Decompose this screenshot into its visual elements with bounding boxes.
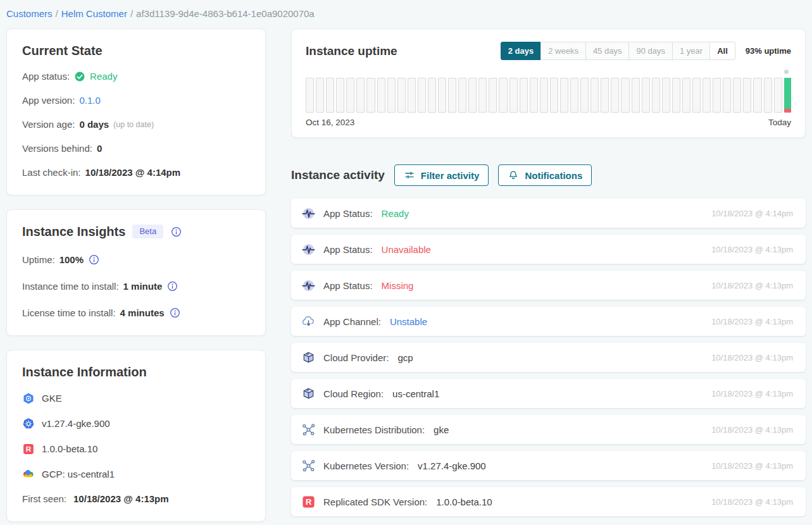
uptime-bar[interactable] — [468, 78, 477, 113]
activity-value: gke — [434, 424, 449, 435]
pulse-icon — [301, 206, 316, 221]
breadcrumb-customers-link[interactable]: Customers — [6, 8, 53, 19]
uptime-bars — [306, 78, 791, 113]
activity-row: App Channel: Unstable 10/18/2023 @ 4:13p… — [291, 307, 806, 336]
axis-start-label: Oct 16, 2023 — [306, 118, 354, 127]
instance-activity-header: Instance activity Filter activity Notifi… — [291, 164, 806, 186]
uptime-bar[interactable] — [764, 78, 772, 113]
uptime-bar[interactable] — [713, 78, 721, 113]
last-checkin-value: 10/18/2023 @ 4:14pm — [85, 167, 181, 178]
uptime-bar[interactable] — [418, 78, 426, 113]
uptime-bar[interactable] — [346, 78, 354, 113]
activity-row: App Status: Missing 10/18/2023 @ 4:13pm — [291, 271, 806, 300]
uptime-bar[interactable] — [316, 78, 324, 113]
info-icon[interactable] — [88, 254, 100, 266]
uptime-bar[interactable] — [733, 78, 741, 113]
instance-uptime-header: Instance uptime 2 days 2 weeks 45 days 9… — [306, 42, 791, 60]
activity-value: us-central1 — [392, 388, 439, 399]
uptime-bar[interactable] — [621, 78, 629, 113]
notifications-button[interactable]: Notifications — [498, 164, 592, 186]
uptime-bar[interactable] — [306, 78, 314, 113]
activity-value: gcp — [397, 352, 413, 363]
uptime-bar[interactable] — [753, 78, 761, 113]
uptime-bar[interactable] — [438, 78, 446, 113]
range-button-90-days[interactable]: 90 days — [628, 42, 673, 60]
breadcrumb-customer-link[interactable]: Helm Customer — [61, 8, 127, 19]
info-icon[interactable] — [166, 280, 178, 292]
uptime-bar[interactable] — [408, 78, 416, 113]
info-icon[interactable] — [169, 307, 181, 319]
uptime-bar[interactable] — [377, 78, 385, 113]
uptime-bar[interactable] — [356, 78, 365, 113]
uptime-bar-down-segment — [784, 109, 791, 113]
range-button-45-days[interactable]: 45 days — [585, 42, 630, 60]
app-status-row: App status: Ready — [22, 71, 250, 82]
first-seen-row: First seen: 10/18/2023 @ 4:13pm — [22, 493, 250, 505]
package-icon — [301, 350, 316, 365]
uptime-chart — [306, 78, 791, 113]
uptime-bar[interactable] — [743, 78, 751, 113]
uptime-bar[interactable] — [520, 78, 528, 113]
versions-behind-value: 0 — [97, 143, 102, 154]
gcp-icon — [22, 468, 35, 481]
activity-label: Kubernetes Distribution: — [323, 424, 425, 435]
uptime-bar[interactable] — [642, 78, 650, 113]
range-button-2-weeks[interactable]: 2 weeks — [540, 42, 586, 60]
activity-timestamp: 10/18/2023 @ 4:13pm — [711, 353, 793, 362]
check-circle-icon — [74, 71, 85, 82]
uptime-bar[interactable] — [580, 78, 589, 113]
axis-end-label: Today — [768, 118, 791, 127]
uptime-bar[interactable] — [682, 78, 690, 113]
uptime-bar[interactable] — [387, 78, 396, 113]
uptime-bar[interactable] — [550, 78, 558, 113]
k8s-version-value: v1.27.4-gke.900 — [42, 418, 110, 429]
left-column: Current State App status: Ready App vers… — [6, 28, 266, 522]
uptime-bar[interactable] — [774, 78, 782, 113]
activity-value-link[interactable]: Unstable — [390, 316, 427, 327]
uptime-bar[interactable] — [326, 78, 334, 113]
uptime-bar[interactable] — [692, 78, 701, 113]
kubernetes-icon — [22, 417, 35, 430]
app-version-link[interactable]: 0.1.0 — [79, 95, 100, 106]
filter-activity-button[interactable]: Filter activity — [394, 164, 489, 186]
uptime-bar[interactable] — [428, 78, 436, 113]
uptime-bar[interactable] — [672, 78, 680, 113]
uptime-bar[interactable] — [458, 78, 466, 113]
uptime-bar[interactable] — [560, 78, 568, 113]
first-seen-label: First seen: — [22, 493, 66, 505]
license-install-label: License time to install: — [22, 307, 116, 319]
range-button-1-year[interactable]: 1 year — [672, 42, 710, 60]
uptime-bar[interactable] — [499, 78, 507, 113]
uptime-insight-row: Uptime: 100% — [22, 254, 250, 266]
uptime-bar[interactable] — [662, 78, 670, 113]
uptime-bar[interactable] — [723, 78, 731, 113]
uptime-bar[interactable] — [489, 78, 497, 113]
uptime-bar[interactable] — [509, 78, 518, 113]
chart-marker-dot — [784, 70, 789, 74]
range-button-all[interactable]: All — [709, 42, 735, 60]
uptime-bar[interactable] — [611, 78, 619, 113]
instance-information-title: Instance Information — [22, 364, 250, 380]
instance-uptime-title: Instance uptime — [306, 44, 397, 58]
uptime-bar[interactable] — [601, 78, 609, 113]
activity-row: Replicated SDK Version: 1.0.0-beta.10 10… — [291, 487, 806, 516]
uptime-bar[interactable] — [478, 78, 487, 113]
info-icon[interactable] — [170, 226, 182, 238]
uptime-bar[interactable] — [366, 78, 375, 113]
uptime-bar[interactable] — [784, 78, 791, 113]
uptime-bar[interactable] — [703, 78, 711, 113]
pulse-icon — [301, 278, 316, 293]
uptime-bar[interactable] — [448, 78, 456, 113]
uptime-bar[interactable] — [632, 78, 640, 113]
uptime-bar[interactable] — [570, 78, 578, 113]
uptime-bar[interactable] — [530, 78, 538, 113]
range-button-2-days[interactable]: 2 days — [501, 42, 541, 60]
activity-row: Cloud Provider: gcp 10/18/2023 @ 4:13pm — [291, 343, 806, 372]
uptime-bar[interactable] — [590, 78, 599, 113]
app-status-value: Ready — [90, 71, 117, 82]
uptime-bar[interactable] — [540, 78, 548, 113]
uptime-bar[interactable] — [652, 78, 660, 113]
uptime-bar[interactable] — [336, 78, 344, 113]
activity-label: App Status: — [323, 280, 373, 291]
uptime-bar[interactable] — [397, 78, 406, 113]
